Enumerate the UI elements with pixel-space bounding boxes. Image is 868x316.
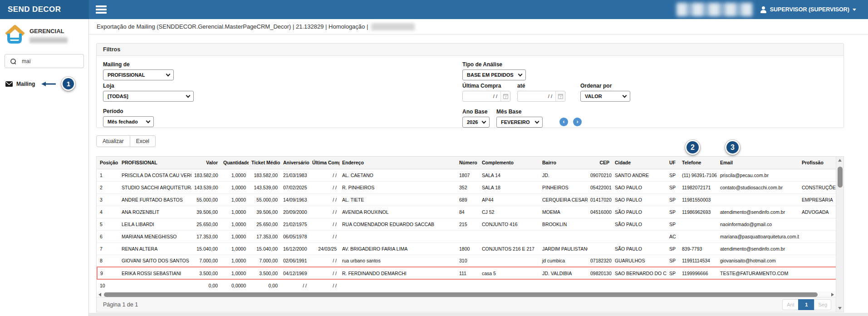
table-row[interactable]: 5LEILA LIBARDI25.650,001,000025.650,0021…: [97, 218, 836, 230]
scroll-left-icon[interactable]: [98, 293, 101, 296]
person-icon: [760, 6, 767, 13]
cell-complemento: AP44: [479, 193, 539, 206]
cell-valor: 15.040,00: [191, 242, 221, 255]
cell-profissional: ANA ROZENBLIT: [119, 206, 191, 218]
table-row[interactable]: 100,000,00000,00/ // /: [97, 279, 836, 291]
ano-base-select[interactable]: 2026: [462, 117, 490, 128]
cell-bairro: MOEMA: [539, 206, 588, 218]
page-1-button[interactable]: 1: [798, 299, 814, 310]
calendar-icon[interactable]: [500, 91, 510, 101]
next-page-button[interactable]: Seg: [814, 299, 831, 310]
table-row[interactable]: 6MARIANA MENEGHISSO17.353,001,000017.353…: [97, 230, 836, 242]
cell-bairro: JD. VALDIBIA: [539, 267, 588, 279]
cell-ultima_compra: / /: [309, 181, 339, 193]
cell-cep: 09820130: [588, 267, 612, 279]
col-header-posicao: Posição: [97, 157, 119, 169]
cell-numero: 352: [456, 181, 479, 193]
vertical-scroll-thumb[interactable]: [838, 167, 843, 188]
cell-valor: 0,00: [191, 279, 221, 291]
horizontal-scroll-thumb[interactable]: [104, 292, 818, 297]
cell-cidade: SÃO PAULO: [612, 218, 667, 230]
page-info: Página 1 de 1: [103, 301, 138, 308]
cell-posicao: 9: [97, 267, 119, 279]
chevron-down-icon: [623, 94, 627, 98]
loja-select[interactable]: [TODAS]: [103, 91, 194, 102]
tipo-analise-select[interactable]: BASE EM PEDIDOS: [462, 69, 526, 80]
cell-ticket_medio: 3.500,00: [249, 267, 280, 279]
cell-posicao: 5: [97, 218, 119, 230]
scroll-up-icon[interactable]: [836, 157, 843, 164]
page-title: Exportação de Mailing (SENDDECOR.Gerenci…: [97, 23, 368, 30]
magnifier-icon: [10, 58, 16, 64]
hamburger-menu-icon[interactable]: [96, 5, 107, 14]
scroll-down-icon[interactable]: [836, 305, 843, 312]
cell-email: giovanisaito@hotmail.com: [717, 255, 799, 267]
scroll-right-icon[interactable]: [831, 293, 834, 296]
cell-telefone: 1199996666: [679, 267, 717, 279]
ate-input[interactable]: / /: [517, 91, 565, 102]
periodo-select[interactable]: Mês fechado: [103, 116, 154, 127]
cell-complemento: [479, 255, 539, 267]
calendar-icon[interactable]: [555, 91, 565, 101]
cell-quantidade: 1,0000: [221, 267, 249, 279]
cell-ultima_compra: / /: [309, 267, 339, 279]
cell-ultima_compra: 24/03/25: [309, 242, 339, 255]
cell-profissao: [799, 242, 836, 255]
table-row[interactable]: 8GIOVANI SAITO DOS SANTOS7.000,001,00007…: [97, 255, 836, 267]
table-row[interactable]: 9ERIKA ROSSI SEBASTIANI3.500,001,00003.5…: [97, 267, 836, 279]
cell-valor: 17.353,00: [191, 230, 221, 242]
cell-posicao: 10: [97, 279, 119, 291]
previous-month-button[interactable]: ‹: [559, 118, 568, 126]
cell-posicao: 7: [97, 242, 119, 255]
mailing-de-select[interactable]: PROFISSIONAL: [103, 69, 174, 80]
cell-telefone: 11981550003: [679, 193, 717, 206]
excel-button[interactable]: Excel: [130, 135, 156, 147]
prev-page-button[interactable]: Ant: [782, 299, 799, 310]
cell-telefone: [679, 279, 717, 291]
mes-base-select[interactable]: FEVEREIRO: [496, 117, 543, 128]
cell-complemento: [479, 279, 539, 291]
cell-cidade: SÃO PAULO: [612, 242, 667, 255]
cell-profissao: EMPRESÁRIA: [799, 193, 836, 206]
cell-profissional: ANDRÉ FURTADO BASTOS: [119, 193, 191, 206]
cell-quantidade: 1,0000: [221, 218, 249, 230]
cell-quantidade: 1,0000: [221, 206, 249, 218]
table-row[interactable]: 2STUDIO SACCHI ARQUITETURA143.539,001,00…: [97, 181, 836, 193]
cell-numero: 689: [456, 193, 479, 206]
col-header-quantidade: Quantidade: [221, 157, 249, 169]
user-menu[interactable]: SUPERVISOR (SUPERVISOR): [760, 6, 856, 13]
atualizar-button[interactable]: Atualizar: [96, 135, 130, 147]
cell-email: priscila@pecau.com.br: [717, 169, 799, 181]
sidebar-search-input[interactable]: mai: [5, 54, 84, 68]
page-bottom-strip: [89, 313, 868, 316]
user-label: SUPERVISOR (SUPERVISOR): [770, 6, 849, 13]
loja-label: Loja: [103, 83, 194, 89]
cell-email: [717, 279, 799, 291]
cell-profissao: [799, 230, 836, 242]
cell-ticket_medio: 0,00: [249, 279, 280, 291]
cell-profissional: LEILA LIBARDI: [119, 218, 191, 230]
table-row[interactable]: 1PRISCILA DA COSTA CAU VERONESI183.582,0…: [97, 169, 836, 181]
table-row[interactable]: 7RENAN ALTERA15.040,001,000015.040,0016/…: [97, 242, 836, 255]
ordenar-por-select[interactable]: VALOR: [580, 91, 630, 102]
cell-telefone: 11991114534: [679, 255, 717, 267]
filters-panel: Filtros Mailing de PROFISSIONAL Loja [TO…: [96, 43, 844, 128]
cell-posicao: 6: [97, 230, 119, 242]
cell-bairro: JARDIM PAULISTANO: [539, 242, 588, 255]
vertical-scrollbar: [836, 157, 843, 312]
tipo-analise-label: Tipo de Análise: [462, 61, 630, 68]
cell-bairro: jd cumbica: [539, 255, 588, 267]
table-row[interactable]: 3ANDRÉ FURTADO BASTOS55.000,001,000055.0…: [97, 193, 836, 206]
table-row[interactable]: 4ANA ROZENBLIT39.506,001,000039.506,0020…: [97, 206, 836, 218]
cell-aniversario: 04/12/1969: [280, 267, 309, 279]
ultima-compra-input[interactable]: / /: [462, 91, 510, 102]
cell-endereco: RUA COMENDADOR EDUARDO SACCAB: [339, 218, 456, 230]
cell-endereco: [339, 279, 456, 291]
cell-endereco: AVENIDA ROUXINOL: [339, 206, 456, 218]
next-month-button[interactable]: ›: [573, 118, 582, 126]
sidebar-item-mailing[interactable]: Mailing 1: [0, 72, 88, 96]
cell-posicao: 3: [97, 193, 119, 206]
cell-complemento: CONJUNTO 416: [479, 218, 539, 230]
redacted-user-info: [677, 3, 753, 16]
chevron-down-icon: [853, 9, 856, 11]
